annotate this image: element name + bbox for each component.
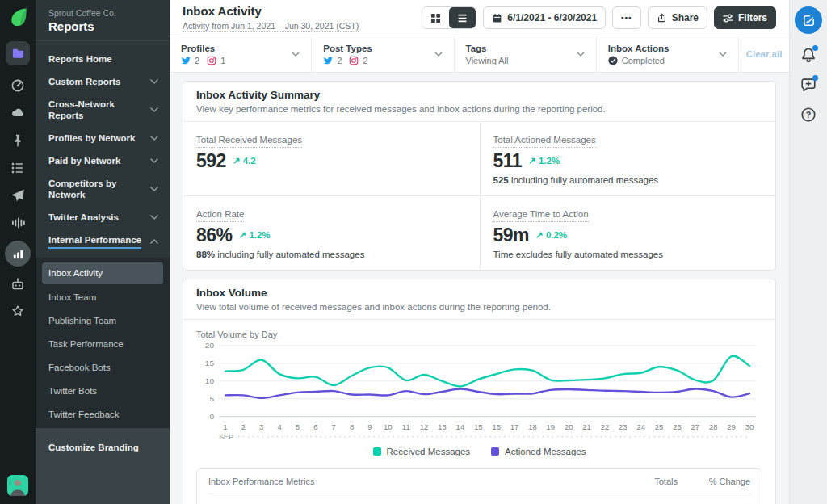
volume-description: View total volume of received messages a… — [196, 301, 762, 313]
metric-note: 88% including fully automated messages — [196, 250, 467, 260]
new-message-button[interactable] — [800, 77, 817, 93]
metric-total-received-messages: Total Received Messages592↗ 4.2 — [183, 122, 480, 195]
sidebar-item-cross-network-reports[interactable]: Cross-Network Reports — [36, 93, 170, 127]
subnav-item-twitter-feedback[interactable]: Twitter Feedback — [36, 403, 170, 426]
notifications-button[interactable] — [800, 47, 817, 63]
metric-label[interactable]: Total Actioned Messages — [493, 135, 596, 148]
sidebar-item-internal-performance[interactable]: Internal Performance — [36, 229, 170, 254]
metric-action-rate: Action Rate86%↗ 1.2%88% including fully … — [183, 195, 480, 270]
chevron-down-icon — [150, 215, 158, 220]
network-count: 2 — [363, 56, 367, 66]
sidebar-item-paid-by-network[interactable]: Paid by Network — [36, 149, 170, 172]
metric-value-row: 86%↗ 1.2% — [196, 225, 467, 245]
legend-received-messages[interactable]: Received Messages — [373, 447, 471, 456]
svg-text:9: 9 — [367, 422, 372, 431]
report-subtitle[interactable]: Activity from Jun 1, 2021 – Jun 30, 2021… — [183, 21, 359, 32]
svg-text:10: 10 — [205, 376, 215, 385]
svg-text:25: 25 — [655, 422, 664, 431]
svg-text:7: 7 — [332, 422, 336, 431]
filter-inbox-actions[interactable]: Inbox ActionsCompleted — [597, 36, 739, 72]
filter-post-types[interactable]: Post Types22 — [312, 36, 454, 72]
share-icon — [657, 13, 667, 23]
bots-robot-icon[interactable] — [10, 277, 25, 292]
sidebar-item-custom-reports[interactable]: Custom Reports — [36, 70, 170, 93]
sidebar-subnav: Inbox ActivityInbox TeamPublishing TeamT… — [36, 258, 170, 428]
sidebar-item-label: Profiles by Network — [48, 132, 135, 144]
volume-title: Inbox Volume — [196, 287, 762, 300]
subnav-item-publishing-team[interactable]: Publishing Team — [36, 309, 170, 333]
grid-icon — [430, 13, 441, 23]
clear-all-button[interactable]: Clear all — [739, 36, 789, 72]
svg-text:26: 26 — [673, 422, 682, 431]
compose-button[interactable] — [795, 6, 822, 34]
filter-profiles[interactable]: Profiles21 — [170, 36, 312, 72]
subnav-item-inbox-team[interactable]: Inbox Team — [36, 286, 170, 309]
metric-trend: ↗ 4.2 — [233, 151, 256, 170]
subnav-item-facebook-bots[interactable]: Facebook Bots — [36, 356, 170, 380]
metric-value: 592 — [196, 151, 226, 170]
subnav-item-inbox-activity[interactable]: Inbox Activity — [42, 262, 163, 284]
user-avatar[interactable] — [7, 475, 28, 496]
date-range-button[interactable]: 6/1/2021 - 6/30/2021 — [483, 6, 606, 29]
subnav-item-twitter-bots[interactable]: Twitter Bots — [36, 380, 170, 403]
sidebar-item-profiles-by-network[interactable]: Profiles by Network — [36, 127, 170, 149]
sidebar-item-reports-home[interactable]: Reports Home — [36, 48, 170, 70]
report-body: Inbox Activity Summary View key performa… — [170, 73, 789, 504]
sidebar-item-label: Custom Reports — [48, 76, 120, 87]
filter-label: Post Types — [323, 43, 372, 54]
task-list-icon[interactable] — [10, 161, 25, 175]
svg-text:12: 12 — [420, 422, 429, 431]
svg-text:16: 16 — [492, 422, 501, 431]
messages-cloud-icon[interactable] — [10, 106, 25, 120]
series-received-messages — [225, 356, 749, 387]
legend-swatch — [373, 447, 381, 456]
volume-chart-section: Total Volume by Day 05101520123456789101… — [183, 330, 775, 459]
subnav-item-task-performance[interactable]: Task Performance — [36, 333, 170, 356]
more-options-button[interactable]: ••• — [612, 6, 641, 29]
company-name: Sprout Coffee Co. — [48, 8, 157, 18]
svg-text:0: 0 — [209, 412, 214, 421]
svg-text:10: 10 — [384, 422, 393, 431]
rail-folder-item[interactable] — [6, 41, 30, 65]
sprout-logo-icon[interactable] — [7, 6, 29, 28]
publish-plane-icon[interactable] — [10, 188, 25, 203]
network-count: 2 — [195, 56, 199, 66]
svg-text:5: 5 — [209, 394, 214, 403]
customize-branding[interactable]: Customize Branding — [36, 428, 170, 504]
sidebar-item-twitter-analysis[interactable]: Twitter Analysis — [36, 206, 170, 229]
metric-label[interactable]: Action Rate — [196, 209, 244, 222]
pin-icon[interactable] — [10, 133, 25, 148]
help-button[interactable]: ? — [800, 107, 817, 123]
filters-button[interactable]: Filters — [714, 6, 776, 29]
inbox-activity-summary-card: Inbox Activity Summary View key performa… — [183, 81, 776, 271]
table-row: Total Received Messages592↗ 1.2% — [197, 494, 762, 504]
summary-metrics-grid: Total Received Messages592↗ 4.2Total Act… — [183, 122, 775, 270]
main-content: Inbox Activity Activity from Jun 1, 2021… — [170, 0, 789, 504]
sidebar-item-label: Cross-Network Reports — [48, 99, 150, 121]
list-view-button[interactable] — [449, 7, 476, 28]
bar-chart-icon — [11, 247, 25, 261]
metric-trend: ↗ 0.2% — [535, 225, 567, 245]
report-topbar: Inbox Activity Activity from Jun 1, 2021… — [170, 0, 789, 36]
advocacy-star-icon[interactable] — [10, 304, 25, 319]
legend-actioned-messages[interactable]: Actioned Messages — [491, 447, 586, 456]
metric-label[interactable]: Total Received Messages — [196, 135, 302, 148]
notification-badge — [812, 45, 818, 51]
sidebar-item-competitors-by-network[interactable]: Competitors by Network — [36, 172, 170, 206]
svg-text:SEP: SEP — [219, 433, 233, 441]
listening-waveform-icon[interactable] — [10, 216, 25, 230]
reports-sidebar: Sprout Coffee Co. Reports Reports HomeCu… — [36, 0, 170, 504]
compose-icon — [802, 14, 816, 27]
app-window: Sprout Coffee Co. Reports Reports HomeCu… — [0, 0, 827, 504]
line-chart-svg: 0510152012345678910111213141516171819202… — [195, 341, 764, 444]
svg-text:?: ? — [806, 110, 811, 120]
filter-tags[interactable]: TagsViewing All — [455, 36, 597, 72]
filter-content: Post Types22 — [323, 43, 372, 66]
share-button[interactable]: Share — [648, 6, 707, 29]
metric-label[interactable]: Average Time to Action — [493, 209, 589, 222]
rail-reports-item[interactable] — [5, 241, 31, 267]
metric-note: 525 including fully automated messages — [493, 175, 763, 186]
metric-value: 86% — [196, 225, 233, 245]
dashboard-gauge-icon[interactable] — [10, 78, 25, 93]
grid-view-button[interactable] — [422, 7, 449, 28]
